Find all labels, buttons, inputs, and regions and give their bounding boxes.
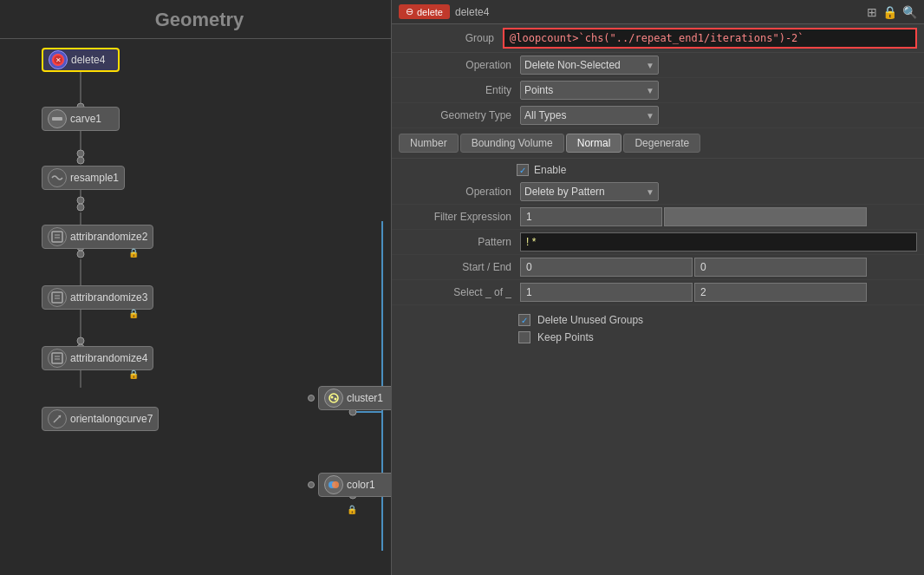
svg-rect-34 xyxy=(52,353,62,363)
filter-expression-input[interactable] xyxy=(520,207,662,226)
topbar-right: ⊞ 🔒 🔍 xyxy=(867,5,917,19)
group-label: Group xyxy=(399,32,503,44)
select-of-inputs xyxy=(520,283,867,302)
filter-expression-label: Filter Expression xyxy=(399,211,520,223)
pattern-label: Pattern xyxy=(399,236,520,248)
delete-unused-groups-label: Delete Unused Groups xyxy=(537,314,643,326)
attrib2-node-icon xyxy=(48,227,67,246)
operation-select[interactable]: Delete Non-Selected ▼ xyxy=(520,56,659,75)
lock-icon-4: 🔒 xyxy=(128,369,139,379)
orient-node-icon xyxy=(48,409,67,428)
cluster1-left-connector xyxy=(308,395,315,402)
node-item-attribrandomize4[interactable]: attribrandomize4 🔒 xyxy=(42,346,399,370)
topbar-delete-button[interactable]: ⊖ delete xyxy=(399,4,450,19)
tab-operation-select[interactable]: Delete by Pattern ▼ xyxy=(520,182,659,201)
node-item-delete4[interactable]: ✕ delete4 xyxy=(42,48,399,72)
keep-points-checkbox[interactable] xyxy=(518,331,530,343)
geometry-type-arrow-icon: ▼ xyxy=(646,111,654,121)
topbar-delete-icon: ⊖ xyxy=(406,6,413,17)
bottom-section: Delete Unused Groups Keep Points xyxy=(392,307,924,350)
topbar-lock-button[interactable]: 🔒 xyxy=(882,5,897,19)
node-item-carve1[interactable]: carve1 xyxy=(42,107,399,131)
svg-rect-31 xyxy=(52,292,62,303)
select-of-row: Select _ of _ xyxy=(392,280,924,305)
end-input[interactable] xyxy=(694,258,867,277)
svg-point-12 xyxy=(77,197,84,204)
pattern-row: Pattern xyxy=(392,230,924,255)
svg-point-42 xyxy=(332,481,339,488)
color1-icon xyxy=(324,475,343,494)
delete4-label: delete4 xyxy=(71,54,105,66)
select-of-label: Select _ of _ xyxy=(399,286,520,298)
svg-rect-28 xyxy=(52,232,62,242)
start-input[interactable] xyxy=(520,258,693,277)
enable-label: Enable xyxy=(534,164,566,176)
geometry-type-select[interactable]: All Types ▼ xyxy=(520,106,659,125)
enable-row: Enable xyxy=(392,160,924,180)
tab-degenerate[interactable]: Degenerate xyxy=(623,134,700,153)
node-item-orientalongcurve7[interactable]: orientalongcurve7 xyxy=(42,407,399,431)
entity-select[interactable]: Points ▼ xyxy=(520,81,659,100)
select-of-input[interactable] xyxy=(694,283,867,302)
node-item-resample1[interactable]: resample1 xyxy=(42,166,399,190)
entity-arrow-icon: ▼ xyxy=(646,86,654,95)
node-item-attribrandomize3[interactable]: attribrandomize3 🔒 xyxy=(42,285,399,310)
carve1-label: carve1 xyxy=(70,113,101,125)
tabs-row: Number Bounding Volume Normal Degenerate xyxy=(392,128,924,159)
start-end-row: Start / End xyxy=(392,255,924,280)
tab-normal[interactable]: Normal xyxy=(566,134,622,153)
topbar-search-button[interactable]: 🔍 xyxy=(902,5,917,19)
svg-point-13 xyxy=(77,204,84,211)
color1-left-connector xyxy=(308,481,315,488)
group-input[interactable] xyxy=(503,28,917,49)
geometry-type-label: Geometry Type xyxy=(399,109,520,121)
tab-operation-row: Operation Delete by Pattern ▼ xyxy=(392,180,924,205)
delete-unused-groups-checkbox[interactable] xyxy=(518,314,530,326)
delete-unused-groups-row: Delete Unused Groups xyxy=(399,314,917,326)
topbar-node-name: delete4 xyxy=(455,6,489,18)
keep-points-row: Keep Points xyxy=(399,331,917,343)
start-end-inputs xyxy=(520,258,867,277)
svg-point-39 xyxy=(331,396,334,399)
normal-tab-content: Enable Operation Delete by Pattern ▼ Fil… xyxy=(392,159,924,307)
tab-number[interactable]: Number xyxy=(399,134,459,153)
svg-rect-27 xyxy=(52,117,62,121)
resample-node-icon xyxy=(48,168,67,187)
entity-row: Entity Points ▼ xyxy=(392,78,924,103)
lock-icon-3: 🔒 xyxy=(128,309,139,318)
tab-operation-label: Operation xyxy=(399,186,520,198)
select-input[interactable] xyxy=(520,283,693,302)
topbar-grid-button[interactable]: ⊞ xyxy=(867,5,877,19)
operation-value: Delete Non-Selected xyxy=(524,59,621,71)
cluster1-icon xyxy=(324,389,343,408)
keep-points-label: Keep Points xyxy=(537,331,594,343)
filter-expression-inputs xyxy=(520,207,867,226)
start-end-label: Start / End xyxy=(399,261,520,273)
topbar-delete-label: delete xyxy=(417,7,443,17)
entity-label: Entity xyxy=(399,84,520,96)
properties-panel: ⊖ delete delete4 ⊞ 🔒 🔍 Group Operation D… xyxy=(391,0,924,575)
svg-point-15 xyxy=(77,251,84,258)
cluster1-label: cluster1 xyxy=(347,392,383,404)
tab-operation-arrow-icon: ▼ xyxy=(646,187,654,197)
geometry-type-row: Geometry Type All Types ▼ xyxy=(392,103,924,128)
group-row: Group xyxy=(392,24,924,53)
attrib4-node-icon xyxy=(48,349,67,368)
attrib3-node-icon xyxy=(48,288,67,307)
operation-arrow-icon: ▼ xyxy=(646,61,654,70)
orientalongcurve7-label: orientalongcurve7 xyxy=(70,413,153,425)
attribrandomize4-label: attribrandomize4 xyxy=(70,352,147,364)
filter-expression-slider[interactable] xyxy=(664,207,867,226)
topbar-left: ⊖ delete delete4 xyxy=(399,4,489,19)
color1-label: color1 xyxy=(347,479,375,491)
graph-area: Geometry xyxy=(0,0,399,575)
attribrandomize2-label: attribrandomize2 xyxy=(70,231,147,243)
graph-divider xyxy=(0,38,399,39)
pattern-input[interactable] xyxy=(520,232,917,252)
enable-checkbox[interactable] xyxy=(517,164,529,176)
node-item-attribrandomize2[interactable]: attribrandomize2 🔒 xyxy=(42,225,399,249)
svg-point-11 xyxy=(77,157,84,164)
tab-bounding-volume[interactable]: Bounding Volume xyxy=(460,134,564,153)
svg-point-38 xyxy=(329,394,338,402)
attribrandomize3-label: attribrandomize3 xyxy=(70,291,147,304)
